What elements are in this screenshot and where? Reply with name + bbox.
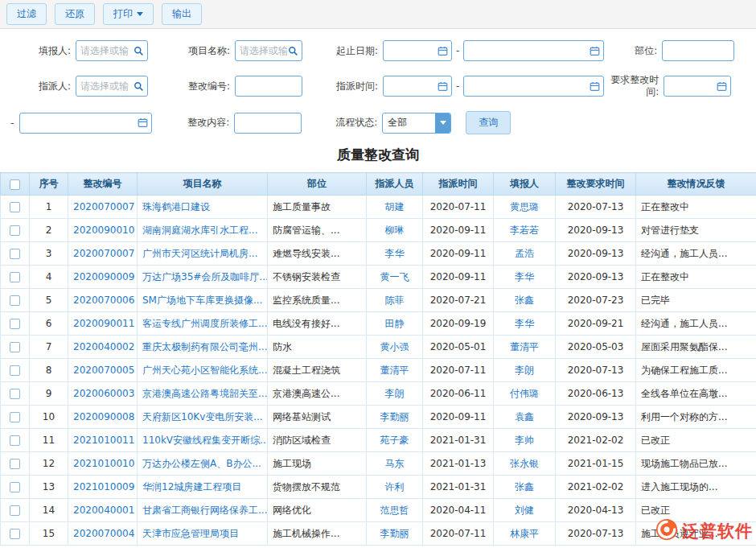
row-checkbox[interactable] bbox=[10, 389, 20, 399]
row-checkbox[interactable] bbox=[10, 482, 20, 492]
rect-no-link[interactable]: 2020040002 bbox=[73, 341, 134, 352]
row-checkbox[interactable] bbox=[10, 249, 20, 259]
calendar-icon[interactable] bbox=[437, 46, 449, 56]
project-link[interactable]: SM广场地下车库更换摄像... bbox=[142, 295, 262, 306]
project-link[interactable]: 京港澳高速公路粤境韶关至... bbox=[142, 388, 267, 399]
date-range-start-input[interactable] bbox=[383, 40, 452, 61]
part-cell: 施工质量事故 bbox=[268, 196, 367, 219]
project-input-field[interactable] bbox=[240, 45, 287, 56]
project-link[interactable]: 110kV安徽线程集变开断综... bbox=[142, 435, 268, 446]
row-checkbox[interactable] bbox=[10, 529, 20, 539]
rect-no-link[interactable]: 2020090008 bbox=[73, 411, 134, 422]
project-link[interactable]: 客运专线广州调度所装修工... bbox=[142, 318, 267, 329]
filter-button-label: 过滤 bbox=[17, 7, 36, 21]
search-icon[interactable] bbox=[133, 46, 145, 56]
reporter-input-field[interactable] bbox=[80, 45, 133, 56]
project-link[interactable]: 重庆太极制药有限公司毫州... bbox=[142, 341, 267, 352]
query-button[interactable]: 查询 bbox=[466, 111, 511, 134]
project-input[interactable] bbox=[235, 40, 302, 61]
search-icon[interactable] bbox=[133, 81, 145, 92]
project-link[interactable]: 广州市天河区统计局机房... bbox=[142, 248, 257, 259]
rect-no-link[interactable]: 2020060003 bbox=[73, 388, 134, 399]
project-link[interactable]: 甘肃省工商银行网络保养工... bbox=[142, 505, 267, 516]
rect-no-link[interactable]: 2020070005 bbox=[73, 365, 134, 376]
cell: 2020070005 bbox=[68, 359, 138, 382]
rect-no-link[interactable]: 2020090010 bbox=[73, 225, 134, 236]
assign-time-end-field[interactable] bbox=[468, 80, 589, 92]
row-checkbox[interactable] bbox=[10, 365, 20, 376]
project-link[interactable]: 华润12城房建工程项目 bbox=[142, 481, 241, 492]
seq-cell: 9 bbox=[30, 382, 68, 406]
assignee-cell: 陈菲 bbox=[367, 289, 423, 312]
restore-button[interactable]: 还原 bbox=[55, 3, 95, 25]
required-time-start-field[interactable] bbox=[668, 80, 716, 92]
rect-no-link[interactable]: 2021010009 bbox=[73, 481, 134, 492]
calendar-icon[interactable] bbox=[589, 81, 601, 92]
assign-time-start-input[interactable] bbox=[383, 76, 452, 97]
rect-no-link[interactable]: 2020070004 bbox=[73, 528, 134, 539]
project-link[interactable]: 天津市应急管理局项目 bbox=[142, 528, 239, 539]
feedback-cell: 进入施工现场的... bbox=[636, 476, 756, 499]
rect-no-link[interactable]: 2020070007 bbox=[73, 201, 134, 212]
output-button[interactable]: 输出 bbox=[162, 3, 202, 25]
assignee-cell: 柳琳 bbox=[367, 219, 423, 242]
row-checkbox[interactable] bbox=[10, 505, 20, 516]
calendar-icon[interactable] bbox=[437, 81, 449, 92]
assignee-input-field[interactable] bbox=[80, 80, 133, 92]
seq-cell: 7 bbox=[30, 336, 68, 359]
col-header-project: 项目名称 bbox=[138, 173, 268, 196]
col-header-required-time: 整改要求时间 bbox=[556, 173, 636, 196]
rect-no-link[interactable]: 2020090009 bbox=[73, 271, 134, 282]
rect-no-input[interactable] bbox=[235, 76, 302, 97]
location-input[interactable] bbox=[662, 40, 734, 61]
row-checkbox[interactable] bbox=[10, 435, 20, 446]
project-link[interactable]: 万达广场35#会所及咖啡厅... bbox=[142, 271, 268, 282]
date-range-end-field[interactable] bbox=[468, 45, 589, 56]
project-link[interactable]: 湖南洞庭湖水库引水工程... bbox=[142, 225, 257, 236]
project-link[interactable]: 天府新区10Kv变电所安装... bbox=[142, 411, 263, 422]
rect-no-link[interactable]: 2021010010 bbox=[73, 458, 134, 469]
row-checkbox[interactable] bbox=[10, 295, 20, 306]
filter-button[interactable]: 过滤 bbox=[6, 3, 47, 25]
cell bbox=[1, 242, 30, 266]
row-checkbox[interactable] bbox=[10, 225, 20, 236]
status-select[interactable]: 全部 bbox=[382, 113, 451, 134]
calendar-icon[interactable] bbox=[589, 46, 601, 56]
row-checkbox[interactable] bbox=[10, 342, 20, 352]
location-input-field[interactable] bbox=[667, 45, 731, 56]
reporter-input[interactable] bbox=[76, 40, 148, 61]
calendar-icon[interactable] bbox=[137, 117, 149, 128]
table-row: 12020070007珠海鹤港口建设施工质量事故胡建2020-07-11黄思璐2… bbox=[1, 196, 756, 219]
part-cell: 难燃导线安装... bbox=[268, 242, 367, 266]
rect-no-link[interactable]: 2020040001 bbox=[73, 505, 134, 516]
calendar-icon[interactable] bbox=[716, 81, 728, 92]
rect-no-link[interactable]: 2020070007 bbox=[73, 248, 134, 259]
row-checkbox[interactable] bbox=[10, 319, 20, 329]
seq-cell: 4 bbox=[30, 266, 68, 289]
date-range-end-input[interactable] bbox=[463, 40, 604, 61]
required-time-start-input[interactable] bbox=[664, 76, 731, 97]
project-link[interactable]: 珠海鹤港口建设 bbox=[142, 201, 210, 212]
rect-no-link[interactable]: 2020070006 bbox=[73, 295, 134, 306]
print-button[interactable]: 打印 bbox=[103, 3, 154, 25]
assignee-input[interactable] bbox=[76, 76, 148, 97]
row-checkbox[interactable] bbox=[10, 272, 20, 282]
assign-time-end-input[interactable] bbox=[463, 76, 604, 97]
search-icon[interactable] bbox=[287, 46, 299, 56]
project-link[interactable]: 万达办公楼左侧A、B办公... bbox=[142, 458, 261, 469]
select-all-checkbox[interactable] bbox=[10, 179, 20, 190]
rect-no-input-field[interactable] bbox=[240, 80, 299, 92]
rect-no-link[interactable]: 2021010011 bbox=[73, 435, 134, 446]
cell: 2020070004 bbox=[68, 522, 138, 546]
rect-no-link[interactable]: 2020090011 bbox=[73, 318, 134, 329]
row-checkbox[interactable] bbox=[10, 459, 20, 469]
content-input-field[interactable] bbox=[239, 117, 298, 129]
content-input[interactable] bbox=[234, 113, 302, 134]
project-link[interactable]: 广州天心苑小区智能化系统... bbox=[142, 365, 267, 376]
required-time-end-input[interactable] bbox=[19, 113, 152, 134]
required-time-end-field[interactable] bbox=[24, 117, 137, 129]
assign-time-start-field[interactable] bbox=[388, 80, 437, 92]
date-range-start-field[interactable] bbox=[388, 45, 437, 56]
row-checkbox[interactable] bbox=[10, 202, 20, 212]
row-checkbox[interactable] bbox=[10, 412, 20, 422]
